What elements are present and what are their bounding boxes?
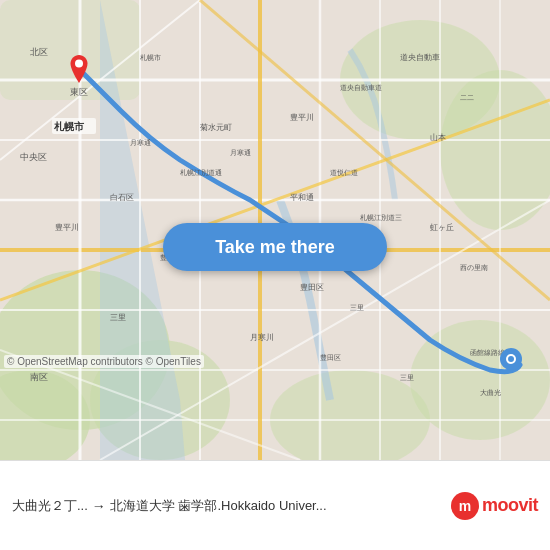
svg-text:月寒通: 月寒通 — [130, 139, 151, 147]
svg-text:菊水元町: 菊水元町 — [200, 123, 232, 132]
svg-text:東区: 東区 — [70, 87, 88, 97]
svg-text:中央区: 中央区 — [20, 152, 47, 162]
svg-point-62 — [75, 60, 83, 68]
svg-text:三里: 三里 — [400, 374, 414, 381]
origin-marker — [68, 55, 90, 83]
svg-text:二二: 二二 — [460, 94, 474, 101]
map-container: 北区 東区 中央区 白石区 菊水元町 札幌江別道通 月寒通 豊平川 道央自動車道… — [0, 0, 550, 460]
svg-text:西の里南: 西の里南 — [460, 264, 488, 271]
svg-text:豊田区: 豊田区 — [300, 283, 324, 292]
svg-text:南区: 南区 — [30, 372, 48, 382]
route-arrow-icon: → — [92, 498, 106, 514]
map-attribution: © OpenStreetMap contributors © OpenTiles — [4, 355, 204, 368]
svg-text:札幌江別道通: 札幌江別道通 — [180, 169, 222, 176]
moovit-logo-text: moovit — [482, 495, 538, 516]
bottom-bar: 大曲光２丁... → 北海道大学 歯学部.Hokkaido Univer... … — [0, 460, 550, 550]
svg-text:月寒通: 月寒通 — [230, 149, 251, 157]
svg-text:北区: 北区 — [30, 47, 48, 57]
svg-text:三里: 三里 — [350, 304, 364, 311]
svg-text:大曲光: 大曲光 — [480, 389, 501, 396]
svg-text:道悦仁道: 道悦仁道 — [330, 169, 358, 176]
svg-text:札幌江別道三: 札幌江別道三 — [360, 214, 402, 221]
svg-text:虹ヶ丘: 虹ヶ丘 — [430, 223, 454, 232]
moovit-logo-icon: m — [451, 492, 479, 520]
svg-text:豊平川: 豊平川 — [290, 113, 314, 122]
svg-text:豊田区: 豊田区 — [320, 354, 341, 361]
svg-text:豊平川: 豊平川 — [55, 223, 79, 232]
destination-marker — [500, 348, 522, 376]
svg-text:札幌市: 札幌市 — [53, 121, 85, 132]
svg-text:山本: 山本 — [430, 133, 446, 142]
svg-text:平和通: 平和通 — [290, 193, 314, 202]
destination-text: 北海道大学 歯学部.Hokkaido Univer... — [110, 497, 327, 515]
svg-text:道央自動車: 道央自動車 — [400, 53, 440, 62]
route-info: 大曲光２丁... → 北海道大学 歯学部.Hokkaido Univer... — [12, 497, 445, 515]
origin-text: 大曲光２丁... — [12, 497, 88, 515]
svg-text:三里: 三里 — [110, 313, 126, 322]
svg-rect-8 — [0, 0, 140, 100]
take-me-there-button[interactable]: Take me there — [163, 223, 387, 271]
moovit-logo: m moovit — [451, 492, 538, 520]
svg-text:月寒川: 月寒川 — [250, 333, 274, 342]
svg-point-65 — [508, 356, 514, 362]
svg-text:白石区: 白石区 — [110, 193, 134, 202]
svg-text:札幌市: 札幌市 — [140, 54, 161, 61]
svg-text:道央自動車道: 道央自動車道 — [340, 84, 382, 91]
